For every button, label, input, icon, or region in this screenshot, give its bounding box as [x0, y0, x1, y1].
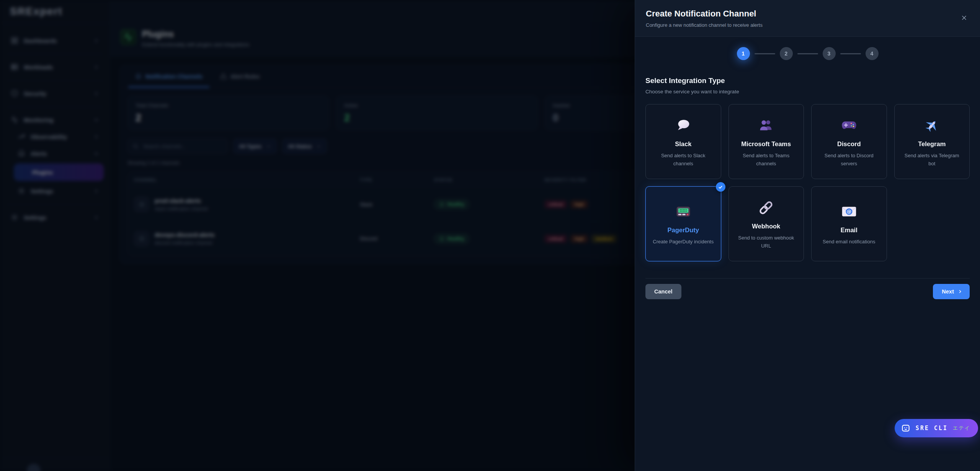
integration-name: Telegram: [918, 140, 946, 148]
cancel-button[interactable]: Cancel: [645, 284, 681, 299]
integration-card-telegram[interactable]: Telegram Send alerts via Telegram bot: [894, 104, 970, 179]
step-1: 1: [737, 47, 750, 60]
sre-cli-button[interactable]: SRE CLI エテイ: [895, 419, 978, 437]
step-2: 2: [780, 47, 793, 60]
create-channel-drawer: Create Notification Channel Configure a …: [635, 0, 980, 471]
step-connector: [755, 53, 775, 54]
chevron-right-icon: [957, 289, 963, 294]
integration-name: Webhook: [752, 223, 780, 230]
drawer-title: Create Notification Channel: [646, 9, 969, 19]
integration-description: Send alerts to Teams channels: [735, 152, 797, 167]
integration-description: Create PagerDuty incidents: [653, 238, 714, 246]
integration-description: Send alerts to Discord servers: [818, 152, 880, 167]
integration-name: Microsoft Teams: [741, 140, 791, 148]
integration-card-webhook[interactable]: Webhook Send to custom webhook URL: [728, 186, 804, 261]
screen: SRExpert Dashboards: [0, 0, 980, 471]
step-indicator: 1 2 3 4: [635, 47, 980, 60]
integration-description: Send alerts to Slack channels: [652, 152, 714, 167]
selected-check-icon: [716, 182, 725, 192]
drawer-subtitle: Configure a new notification channel to …: [646, 22, 969, 28]
cli-katakana-text: エテイ: [953, 425, 970, 432]
svg-text:@: @: [847, 209, 851, 215]
integration-grid: Slack Send alerts to Slack channels Micr…: [645, 104, 970, 261]
airplane-icon: [923, 116, 941, 135]
drawer-actions: Cancel Next: [645, 284, 970, 299]
integration-description: Send to custom webhook URL: [735, 234, 797, 249]
section-title: Select Integration Type: [645, 77, 970, 85]
integration-name: PagerDuty: [667, 227, 699, 234]
integration-card-microsoft-teams[interactable]: Microsoft Teams Send alerts to Teams cha…: [728, 104, 804, 179]
close-button[interactable]: [959, 13, 969, 22]
next-button[interactable]: Next: [933, 284, 970, 299]
integration-card-slack[interactable]: Slack Send alerts to Slack channels: [645, 104, 721, 179]
envelope-at-icon: @: [840, 202, 858, 222]
step-connector: [840, 53, 861, 54]
integration-name: Discord: [837, 140, 861, 148]
section-subtitle: Choose the service you want to integrate: [645, 89, 970, 95]
step-connector: [797, 53, 818, 54]
pager-icon: [675, 202, 692, 222]
integration-card-discord[interactable]: Discord Send alerts to Discord servers: [811, 104, 887, 179]
integration-name: Email: [841, 227, 858, 234]
drawer-body: Select Integration Type Choose the servi…: [635, 77, 980, 299]
cli-label: SRE CLI: [916, 425, 948, 432]
integration-name: Slack: [675, 140, 691, 148]
close-icon: [961, 15, 967, 21]
integration-description: Send email notifications: [823, 238, 875, 246]
cli-robot-icon: [901, 423, 911, 433]
drawer-header: Create Notification Channel Configure a …: [635, 0, 980, 37]
people-silhouette-icon: [757, 116, 775, 135]
integration-description: Send alerts via Telegram bot: [901, 152, 963, 167]
integration-card-email[interactable]: @ Email Send email notifications: [811, 186, 887, 261]
step-4: 4: [866, 47, 879, 60]
game-controller-icon: [840, 116, 858, 135]
actions-divider: [645, 278, 970, 279]
link-icon: [757, 198, 775, 218]
speech-balloon-icon: [675, 116, 692, 135]
step-3: 3: [823, 47, 836, 60]
integration-card-pagerduty[interactable]: PagerDuty Create PagerDuty incidents: [645, 186, 721, 261]
